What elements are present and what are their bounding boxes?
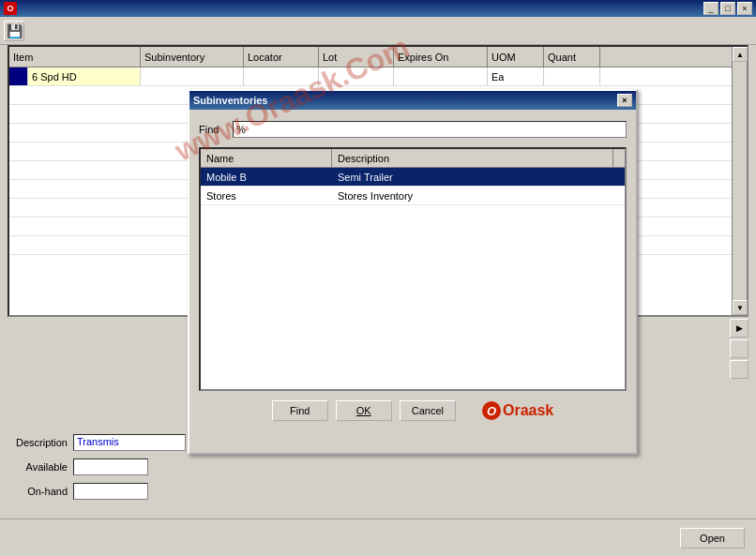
dialog-body: Find Name Description Mobile B Semi Trai…: [189, 110, 636, 428]
find-label: Find: [199, 124, 227, 135]
find-input[interactable]: [233, 121, 627, 138]
dialog-table-row[interactable]: Stores Stores Inventory: [201, 187, 625, 205]
toolbar: 💾: [0, 17, 756, 45]
find-row: Find: [199, 121, 627, 138]
dialog-buttons: Find OK Cancel O Oraask: [199, 400, 627, 421]
dialog-close-button[interactable]: ×: [617, 94, 632, 107]
row-indicator: [9, 68, 28, 85]
dialog-cell-name: Mobile B: [201, 168, 332, 186]
title-bar: O _ □ ×: [0, 0, 756, 17]
save-icon[interactable]: 💾: [4, 21, 24, 41]
available-value[interactable]: [73, 458, 148, 475]
cell-item[interactable]: 6 Spd HD: [28, 68, 141, 85]
available-label: Available: [8, 461, 73, 473]
dialog-cell-desc: Semi Trailer: [332, 168, 613, 186]
onhand-row: On-hand: [8, 480, 289, 503]
side-panel: ▶: [730, 319, 748, 379]
scroll-up-button[interactable]: ▲: [733, 47, 748, 62]
table-header: Item Subinventory Locator Lot Expires On…: [9, 47, 747, 68]
side-btn-3[interactable]: [730, 360, 748, 379]
cell-lot[interactable]: [319, 68, 394, 85]
dialog-cell-name: Stores: [201, 187, 332, 204]
col-header-expires: Expires On: [394, 47, 488, 67]
dialog-title: Subinventories: [193, 95, 267, 106]
onhand-label: On-hand: [8, 486, 73, 497]
cell-quant[interactable]: [544, 68, 600, 85]
brand-circle: O: [482, 401, 501, 420]
dialog-col-desc: Description: [332, 149, 613, 167]
cell-expires[interactable]: [394, 68, 488, 85]
dialog-col-name: Name: [201, 149, 332, 167]
scroll-down-button[interactable]: ▼: [733, 300, 748, 315]
dialog-table: Name Description Mobile B Semi Trailer S…: [199, 147, 627, 391]
maximize-button[interactable]: □: [720, 2, 735, 15]
brand-logo: O Oraask: [482, 401, 553, 420]
available-row: Available: [8, 456, 289, 478]
dialog-cell-desc: Stores Inventory: [332, 187, 613, 204]
onhand-value[interactable]: [73, 483, 148, 500]
app-icon: O: [4, 2, 17, 15]
col-header-locator: Locator: [244, 47, 319, 67]
open-button[interactable]: Open: [680, 528, 745, 548]
cell-locator[interactable]: [244, 68, 319, 85]
dialog-table-row[interactable]: Mobile B Semi Trailer: [201, 168, 625, 187]
side-btn-1[interactable]: ▶: [730, 319, 748, 338]
cancel-button[interactable]: Cancel: [400, 400, 456, 421]
cell-uom[interactable]: Ea: [488, 68, 544, 85]
col-header-uom: UOM: [488, 47, 544, 67]
minimize-button[interactable]: _: [703, 2, 718, 15]
ok-button[interactable]: OK: [336, 400, 392, 421]
col-header-quant: Quant: [544, 47, 600, 67]
dialog-title-bar: Subinventories ×: [189, 91, 636, 110]
window-controls[interactable]: _ □ ×: [703, 2, 752, 15]
description-label: Description: [8, 437, 73, 448]
col-header-lot: Lot: [319, 47, 394, 67]
brand-name: Oraask: [503, 402, 553, 419]
bottom-bar: Open: [0, 518, 756, 556]
dialog-table-header: Name Description: [201, 149, 625, 168]
col-header-item: Item: [9, 47, 141, 67]
close-button[interactable]: ×: [737, 2, 752, 15]
side-btn-2[interactable]: [730, 339, 748, 358]
col-header-subinventory: Subinventory: [141, 47, 244, 67]
cell-subinventory[interactable]: [141, 68, 244, 85]
description-value[interactable]: Transmis: [73, 434, 186, 451]
vertical-scrollbar[interactable]: ▲ ▼: [732, 47, 747, 315]
table-row[interactable]: 6 Spd HD Ea: [9, 68, 747, 86]
subinventories-dialog: Subinventories × Find Name Description M…: [188, 89, 638, 455]
find-button[interactable]: Find: [272, 400, 328, 421]
